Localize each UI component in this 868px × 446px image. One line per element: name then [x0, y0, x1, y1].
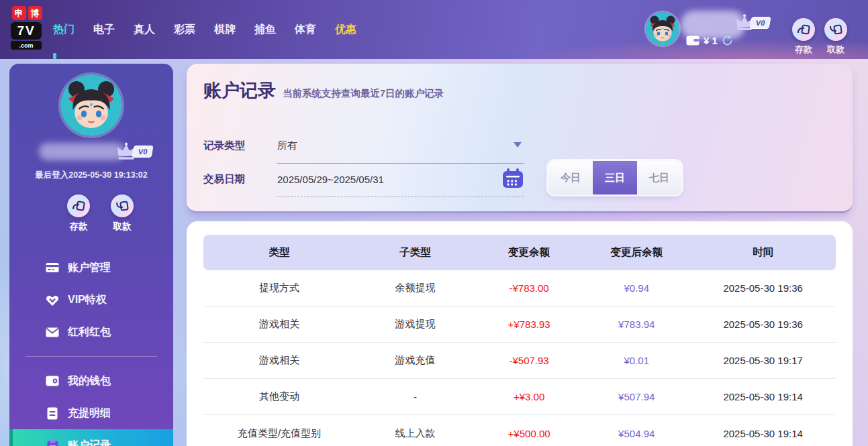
calendar-icon[interactable] — [502, 168, 524, 188]
column-header: 变更余额 — [475, 245, 583, 260]
range-button-three-days[interactable]: 三日 — [593, 161, 637, 194]
cell-subtype: 线上入款 — [355, 427, 475, 440]
sidebar-item-label: 充提明细 — [68, 406, 111, 421]
table-row: 提现方式 余额提现 -¥783.00 ¥0.94 2025-05-30 19:3… — [203, 270, 836, 306]
sidebar-item-label: 红利红包 — [68, 325, 111, 339]
sidebar-vip-crown: V0 — [115, 142, 152, 161]
cell-subtype: 余额提现 — [355, 282, 475, 294]
filter-panel: 账户记录 当前系统支持查询最近7日的账户记录 记录类型 所有 交易日期 2025… — [187, 64, 853, 213]
cell-type: 游戏相关 — [203, 354, 355, 367]
logo-7v: 7V — [11, 22, 42, 40]
cell-time: 2025-05-30 19:14 — [690, 391, 836, 402]
last-login-text: 最后登入2025-05-30 19:13:02 — [9, 170, 173, 181]
cell-subtype: - — [355, 391, 475, 402]
sidebar-user-avatar[interactable] — [60, 74, 122, 136]
table-header-row: 类型 子类型 变更余额 变更后余额 时间 — [203, 235, 836, 270]
sidebar-item-label: 我的钱包 — [68, 374, 111, 388]
nav-item-hot[interactable]: 热门 — [53, 0, 75, 59]
table-row: 其他变动 - +¥3.00 ¥507.94 2025-05-30 19:14 — [203, 379, 836, 415]
statement-icon — [46, 406, 59, 420]
user-avatar[interactable] — [646, 12, 679, 46]
nav-item-fishing[interactable]: 捕鱼 — [254, 0, 276, 59]
cell-time: 2025-05-30 19:17 — [690, 355, 836, 366]
withdraw-icon — [111, 194, 134, 217]
vip-crown: V0 — [734, 13, 770, 32]
cell-balance-after: ¥507.94 — [583, 391, 690, 402]
sidebar-item-account-management[interactable]: 账户管理 — [9, 252, 173, 284]
cell-time: 2025-05-30 19:36 — [690, 282, 836, 294]
range-button-seven-days[interactable]: 七日 — [637, 161, 681, 194]
nav-item-slots[interactable]: 电子 — [93, 0, 115, 59]
nav-item-sports[interactable]: 体育 — [295, 0, 316, 59]
sidebar-item-deposit-withdraw-details[interactable]: 充提明细 — [9, 397, 173, 429]
sidebar-item-label: 账户管理 — [68, 261, 111, 275]
logo-com: .com — [11, 41, 42, 50]
cell-change-amount: -¥507.93 — [475, 355, 583, 366]
date-range-label: 交易日期 — [203, 172, 277, 186]
date-range-buttons: 今日 三日 七日 — [548, 161, 681, 194]
menu-divider — [26, 356, 157, 357]
nav-item-lottery[interactable]: 彩票 — [174, 0, 195, 59]
record-type-select[interactable]: 所有 — [277, 140, 297, 152]
deposit-label: 存款 — [70, 221, 88, 233]
top-header: 申 博 7V .com 热门 电子 真人 彩票 棋牌 捕鱼 体育 优惠 V0 ¥… — [0, 0, 868, 59]
record-type-label: 记录类型 — [203, 139, 277, 153]
table-row: 充值类型/充值型别 线上入款 +¥500.00 ¥504.94 2025-05-… — [203, 415, 836, 446]
sidebar-item-account-records[interactable]: 账户记录 — [9, 429, 173, 446]
clipboard-icon — [46, 439, 59, 446]
nav-item-live[interactable]: 真人 — [134, 0, 155, 59]
records-table: 类型 子类型 变更余额 变更后余额 时间 提现方式 余额提现 -¥783.00 … — [203, 235, 836, 446]
balance-row: ¥ 1 — [686, 35, 733, 46]
withdraw-label: 取款 — [827, 44, 845, 56]
date-underline — [277, 197, 524, 197]
cell-subtype: 游戏充值 — [355, 354, 475, 367]
nav-item-cards[interactable]: 棋牌 — [214, 0, 236, 59]
sidebar-vip-level-badge: V0 — [132, 146, 154, 158]
records-table-panel: 类型 子类型 变更余额 变更后余额 时间 提现方式 余额提现 -¥783.00 … — [187, 221, 853, 446]
select-underline — [277, 163, 524, 164]
sidebar-item-label: VIP特权 — [68, 293, 107, 307]
cell-balance-after: ¥0.01 — [583, 355, 690, 366]
brand-logo[interactable]: 申 博 7V .com — [11, 6, 43, 50]
withdraw-icon — [824, 18, 847, 41]
refresh-icon[interactable] — [722, 35, 733, 46]
sidebar-withdraw-button[interactable]: 取款 — [107, 194, 137, 233]
cell-balance-after: ¥0.94 — [583, 282, 690, 294]
sidebar-username-blurred — [39, 143, 125, 160]
chevron-down-icon — [514, 142, 522, 148]
column-header: 时间 — [690, 245, 836, 260]
withdraw-label: 取款 — [113, 221, 132, 233]
column-header: 变更后余额 — [583, 245, 690, 260]
logo-char: 博 — [28, 6, 42, 20]
cell-type: 提现方式 — [203, 282, 355, 294]
bank-card-icon — [46, 261, 59, 274]
sidebar-item-my-wallet[interactable]: 我的钱包 — [9, 365, 173, 397]
sidebar-item-bonus-redpacket[interactable]: 红利红包 — [9, 316, 173, 348]
sidebar-menu: 账户管理 VIP特权 红利红包 — [9, 252, 173, 446]
sidebar-item-label: 账户记录 — [68, 439, 111, 446]
nav-item-promo[interactable]: 优惠 — [335, 0, 356, 59]
cell-balance-after: ¥504.94 — [583, 428, 690, 439]
red-packet-icon — [46, 325, 59, 339]
vip-level-badge: V0 — [749, 17, 771, 29]
sidebar-item-vip[interactable]: VIP特权 — [9, 284, 173, 316]
cell-change-amount: +¥783.93 — [475, 319, 583, 330]
table-row: 游戏相关 游戏提现 +¥783.93 ¥783.94 2025-05-30 19… — [203, 306, 836, 343]
table-row: 游戏相关 游戏充值 -¥507.93 ¥0.01 2025-05-30 19:1… — [203, 343, 836, 379]
logo-char: 申 — [12, 6, 26, 20]
balance-amount: ¥ 1 — [704, 35, 718, 46]
withdraw-button[interactable]: 取款 — [822, 18, 849, 56]
date-range-input[interactable]: 2025/05/29~2025/05/31 — [277, 174, 384, 185]
sidebar: V0 最后登入2025-05-30 19:13:02 存款 取款 账户管理 — [9, 64, 173, 446]
deposit-button[interactable]: 存款 — [790, 18, 817, 56]
cell-type: 充值类型/充值型别 — [203, 427, 355, 440]
cell-subtype: 游戏提现 — [355, 318, 475, 331]
column-header: 类型 — [203, 245, 355, 260]
cell-change-amount: -¥783.00 — [475, 282, 583, 294]
cell-balance-after: ¥783.94 — [583, 319, 690, 330]
deposit-label: 存款 — [795, 44, 812, 56]
range-button-today[interactable]: 今日 — [548, 161, 593, 194]
wallet-icon — [46, 374, 59, 388]
sidebar-deposit-button[interactable]: 存款 — [64, 194, 93, 233]
page-subtitle: 当前系统支持查询最近7日的账户记录 — [283, 87, 444, 100]
